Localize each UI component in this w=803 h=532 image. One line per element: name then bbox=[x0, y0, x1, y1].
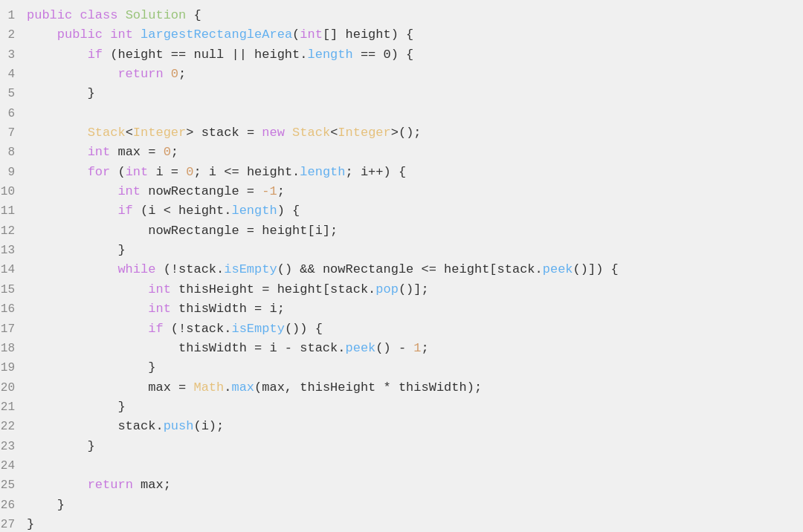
line-number: 11 bbox=[0, 202, 27, 221]
code-token: if bbox=[88, 48, 111, 62]
code-token: max = bbox=[110, 145, 163, 159]
code-line: 11 if (i < height.length) { bbox=[0, 201, 803, 221]
code-token: } bbox=[27, 360, 155, 374]
line-code-content: max = Math.max(max, thisHeight * thisWid… bbox=[27, 378, 794, 398]
code-line: 23 } bbox=[0, 437, 803, 456]
code-token: if bbox=[117, 204, 141, 218]
code-token: (!stack. bbox=[171, 322, 232, 336]
code-token: ( bbox=[117, 165, 125, 179]
code-token: int bbox=[117, 184, 141, 198]
code-token: int bbox=[148, 282, 171, 296]
line-number: 21 bbox=[0, 398, 27, 417]
line-number: 13 bbox=[0, 241, 27, 260]
code-token: (i < height. bbox=[141, 204, 231, 218]
code-token: new bbox=[262, 126, 292, 140]
code-token: (max, thisHeight * thisWidth); bbox=[254, 380, 482, 395]
code-token bbox=[27, 478, 88, 492]
line-code-content: if (i < height.length) { bbox=[27, 201, 794, 221]
code-token: max = bbox=[27, 380, 193, 395]
line-number: 10 bbox=[0, 183, 27, 201]
line-number: 5 bbox=[0, 85, 27, 103]
code-token: nowRectangle = bbox=[141, 184, 262, 198]
code-token: Math bbox=[193, 380, 224, 395]
code-token: ) { bbox=[277, 204, 300, 218]
code-line: 15 int thisHeight = height[stack.pop()]; bbox=[0, 280, 803, 299]
code-token: 0 bbox=[186, 165, 193, 179]
code-line: 4 return 0; bbox=[0, 65, 803, 84]
code-token: thisWidth = i; bbox=[171, 302, 285, 316]
code-token: i = bbox=[148, 165, 186, 179]
line-code-content: thisWidth = i - stack.peek() - 1; bbox=[27, 339, 794, 358]
code-token: peek bbox=[543, 262, 573, 276]
code-token: int bbox=[88, 145, 111, 159]
line-number: 9 bbox=[0, 163, 27, 182]
code-token: ; bbox=[277, 184, 285, 198]
line-code-content: } bbox=[27, 398, 794, 417]
code-token: Integer bbox=[338, 126, 390, 140]
code-token: { bbox=[186, 8, 201, 22]
line-code-content: } bbox=[27, 241, 794, 260]
line-code-content: public class Solution { bbox=[27, 6, 794, 25]
line-code-content: } bbox=[27, 437, 794, 456]
line-code-content: return 0; bbox=[27, 65, 794, 84]
code-token: while bbox=[117, 262, 163, 276]
code-token: Stack bbox=[292, 126, 330, 140]
code-token: ()) { bbox=[285, 322, 323, 336]
code-token: int bbox=[148, 302, 171, 316]
code-line: 1public class Solution { bbox=[0, 6, 803, 25]
code-line: 7 Stack<Integer> stack = new Stack<Integ… bbox=[0, 123, 803, 143]
line-code-content: int nowRectangle = -1; bbox=[27, 182, 794, 201]
code-token: ; bbox=[178, 67, 186, 81]
code-token bbox=[27, 204, 117, 218]
code-token bbox=[27, 126, 88, 140]
code-token: [] height) { bbox=[323, 27, 413, 42]
line-code-content: return max; bbox=[27, 476, 794, 495]
line-number: 7 bbox=[0, 124, 27, 143]
line-number: 2 bbox=[0, 26, 27, 45]
code-token bbox=[27, 302, 148, 316]
line-code-content: int thisWidth = i; bbox=[27, 299, 794, 319]
code-token bbox=[27, 282, 148, 296]
code-token: } bbox=[27, 439, 95, 453]
code-line: 14 while (!stack.isEmpty() && nowRectang… bbox=[0, 260, 803, 279]
code-token: 0 bbox=[164, 145, 171, 159]
code-token: int bbox=[126, 165, 149, 179]
code-token: -1 bbox=[262, 184, 277, 198]
code-token bbox=[27, 165, 88, 179]
code-line: 9 for (int i = 0; i <= height.length; i+… bbox=[0, 163, 803, 182]
line-number: 23 bbox=[0, 438, 27, 456]
code-line: 25 return max; bbox=[0, 476, 803, 495]
code-token: largestRectangleArea bbox=[141, 27, 292, 42]
code-line: 3 if (height == null || height.length ==… bbox=[0, 45, 803, 65]
code-token: length bbox=[300, 165, 345, 179]
line-code-content: while (!stack.isEmpty() && nowRectangle … bbox=[27, 260, 794, 279]
code-line: 6 bbox=[0, 104, 803, 123]
code-line: 21 } bbox=[0, 398, 803, 417]
code-token: int bbox=[300, 27, 323, 42]
code-line: 5 } bbox=[0, 84, 803, 103]
code-line: 17 if (!stack.isEmpty()) { bbox=[0, 319, 803, 339]
code-token: push bbox=[164, 419, 194, 433]
code-token: } bbox=[27, 517, 34, 531]
line-number: 20 bbox=[0, 379, 27, 398]
code-token: nowRectangle = height[i]; bbox=[27, 224, 338, 238]
code-token: for bbox=[88, 165, 118, 179]
code-token: } bbox=[27, 243, 126, 257]
code-token: < bbox=[126, 126, 133, 140]
code-line: 27} bbox=[0, 515, 803, 532]
code-token: ; bbox=[422, 341, 429, 355]
line-code-content: } bbox=[27, 84, 794, 103]
code-token: return bbox=[117, 67, 170, 81]
code-token: public bbox=[27, 8, 80, 22]
code-line: 22 stack.push(i); bbox=[0, 417, 803, 436]
code-token: Solution bbox=[126, 8, 187, 22]
line-code-content: int max = 0; bbox=[27, 143, 794, 162]
code-token: stack. bbox=[27, 419, 164, 433]
code-token bbox=[27, 322, 148, 336]
line-number: 4 bbox=[0, 65, 27, 84]
line-number: 18 bbox=[0, 340, 27, 358]
line-code-content: if (!stack.isEmpty()) { bbox=[27, 319, 794, 339]
line-number: 8 bbox=[0, 143, 27, 162]
code-line: 19 } bbox=[0, 358, 803, 377]
code-token: == 0) { bbox=[353, 48, 414, 62]
